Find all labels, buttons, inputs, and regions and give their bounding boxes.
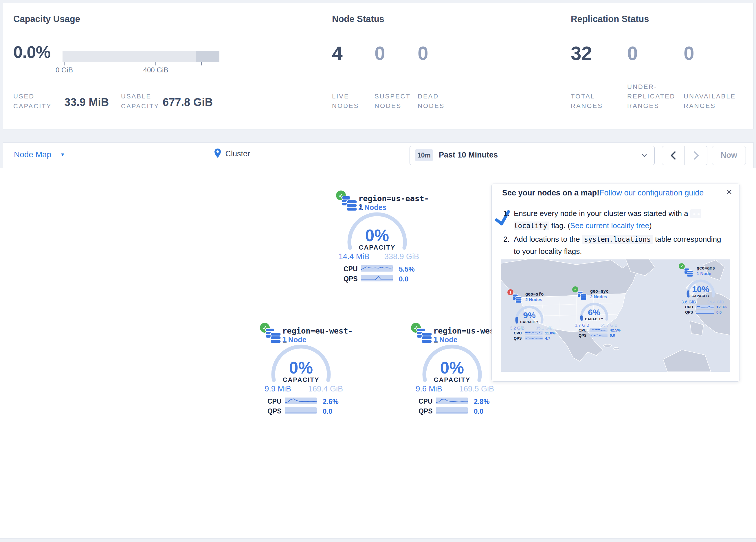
step-2: 2. Add locations to the system.locations…	[503, 233, 729, 257]
error-count: 1	[509, 291, 511, 295]
axis-tick-label: 0 GiB	[56, 66, 73, 74]
region-group-eu-west-1: ✓ region=eu-west-1 1 Node 0% CAPACITY 9.…	[249, 321, 356, 420]
total-capacity: 65.7 GiB	[594, 323, 623, 328]
nodes-on-map-popup: See your nodes on a map! Follow our conf…	[491, 183, 740, 382]
capacity-gauge: 0% CAPACITY	[345, 210, 409, 274]
breadcrumb[interactable]: Cluster	[214, 148, 250, 159]
geo-nodes-link[interactable]: 2 Nodes	[590, 294, 607, 299]
used-capacity: 14.4 MiB	[334, 252, 374, 261]
capacity-label: CAPACITY	[577, 317, 612, 321]
axis-tick	[64, 62, 65, 65]
under-replicated-ranges-stat: 0 UNDER- REPLICATED RANGES	[627, 42, 681, 111]
now-button-label: Now	[721, 151, 737, 159]
cpu-sparkline	[436, 398, 468, 404]
qps-sparkline	[436, 407, 468, 414]
cpu-label: CPU	[514, 331, 522, 335]
locality-tree-link[interactable]: See current locality tree	[570, 221, 649, 230]
capacity-percent: 6%	[577, 308, 612, 317]
capacity-label: CAPACITY	[420, 376, 484, 384]
qps-label: QPS	[579, 333, 586, 338]
capacity-percent: 9%	[512, 311, 547, 320]
world-map-preview: 1 geo=sfo 2 Nodes 9% CAPACITY 3.2 GiB 35…	[501, 259, 730, 372]
capacity-percent: 0%	[345, 226, 409, 245]
database-stack-icon	[416, 328, 432, 344]
live-nodes-stat: 4 LIVE NODES	[332, 42, 373, 111]
time-range-select[interactable]: 10m Past 10 Minutes	[410, 146, 655, 165]
capacity-percent: 10%	[683, 284, 718, 294]
cpu-value: 42.5%	[610, 328, 621, 333]
capacity-gauge: 0% CAPACITY	[420, 343, 484, 406]
qps-value: 0.0	[399, 275, 408, 283]
qps-sparkline	[590, 334, 608, 337]
database-stack-icon	[513, 294, 522, 303]
close-icon[interactable]: ×	[726, 187, 732, 196]
step-1: 1. Ensure every node in your cluster was…	[503, 207, 729, 232]
qps-label: QPS	[685, 310, 693, 315]
capacity-percent: 0%	[420, 358, 484, 377]
capacity-label: CAPACITY	[269, 376, 333, 384]
popup-title: See your nodes on a map!	[502, 188, 599, 197]
geo-name: geo=sfo	[525, 292, 544, 297]
qps-sparkline	[696, 311, 714, 314]
suspect-nodes-stat: 0 SUSPECT NODES	[375, 42, 416, 111]
cpu-value: 11.0%	[545, 331, 555, 335]
capacity-percent: 0%	[269, 358, 333, 377]
total-capacity: 338.9 GiB	[379, 252, 425, 261]
geo-group-nyc: ✓ geo=nyc 2 Nodes 6% CAPACITY 3.7 GiB 65…	[571, 286, 629, 344]
database-stack-icon	[341, 195, 357, 211]
capacity-usage-bar-segment	[196, 51, 219, 62]
time-back-button[interactable]	[669, 151, 678, 161]
total-capacity: 35.1 GiB	[530, 326, 559, 330]
cpu-value: 12.3%	[716, 305, 727, 309]
cpu-label: CPU	[344, 265, 358, 273]
toolbar-divider	[397, 143, 397, 168]
axis-tick	[110, 62, 110, 65]
total-ranges-stat: 32 TOTAL RANGES	[571, 42, 624, 111]
view-dropdown[interactable]: Node Map ▼	[14, 150, 65, 159]
geo-name: geo=nyc	[590, 289, 608, 294]
geo-nodes-link[interactable]: 1 Node	[697, 271, 711, 276]
region-group-us-west-1: ✓ region=us-west-1 1 Node 0% CAPACITY 9.…	[400, 321, 507, 420]
cpu-sparkline	[696, 305, 714, 309]
time-nav-arrows	[662, 146, 707, 165]
now-button[interactable]: Now	[712, 146, 746, 165]
qps-value: 0.0	[716, 310, 722, 315]
total-capacity: 169.4 GiB	[302, 385, 349, 394]
bottom-strip	[0, 538, 756, 542]
configuration-guide-link[interactable]: Follow our configuration guide	[599, 188, 704, 197]
qps-label: QPS	[514, 336, 522, 341]
dead-nodes-stat: 0 DEAD NODES	[418, 42, 460, 111]
database-stack-icon	[684, 268, 693, 277]
check-icon: ✓	[574, 288, 577, 292]
qps-label: QPS	[419, 407, 433, 415]
used-capacity-value: 33.9 MiB	[64, 96, 109, 109]
cpu-sparkline	[525, 331, 543, 335]
cpu-label: CPU	[685, 305, 693, 309]
cpu-value: 2.6%	[323, 398, 339, 406]
database-stack-icon	[265, 328, 281, 344]
geo-nodes-link[interactable]: 2 Nodes	[525, 297, 542, 302]
geo-name: geo=ams	[697, 265, 715, 271]
region-group-us-east-1: ✓ region=us-east-1 2 Nodes 0% CAPACITY 1…	[325, 189, 432, 287]
cpu-label: CPU	[267, 398, 282, 405]
capacity-usage-percent: 0.0%	[13, 42, 50, 62]
qps-value: 0.0	[323, 407, 332, 416]
qps-sparkline	[525, 337, 543, 340]
popup-header: See your nodes on a map! Follow our conf…	[492, 184, 740, 202]
qps-value: 4.7	[545, 336, 550, 341]
geo-group-ams: ✓ geo=ams 1 Node 10% CAPACITY 3.6 GiB 34…	[678, 262, 730, 321]
time-forward-button[interactable]	[692, 151, 700, 161]
chevron-down-icon	[641, 152, 648, 160]
used-capacity: 9.9 MiB	[258, 385, 298, 394]
cpu-sparkline	[361, 265, 393, 272]
system-locations-code: system.locations	[582, 235, 653, 244]
breadcrumb-label: Cluster	[225, 149, 250, 158]
qps-value: 0.0	[610, 333, 615, 338]
geo-group-sfo: 1 geo=sfo 2 Nodes 9% CAPACITY 3.2 GiB 35…	[506, 289, 564, 347]
cpu-value: 5.5%	[399, 265, 415, 273]
cpu-label: CPU	[579, 328, 586, 333]
capacity-usage-title: Capacity Usage	[13, 14, 80, 24]
qps-label: QPS	[267, 407, 282, 415]
unavailable-ranges-stat: 0 UNAVAILABLE RANGES	[684, 42, 739, 111]
chevron-down-icon: ▼	[60, 152, 65, 157]
